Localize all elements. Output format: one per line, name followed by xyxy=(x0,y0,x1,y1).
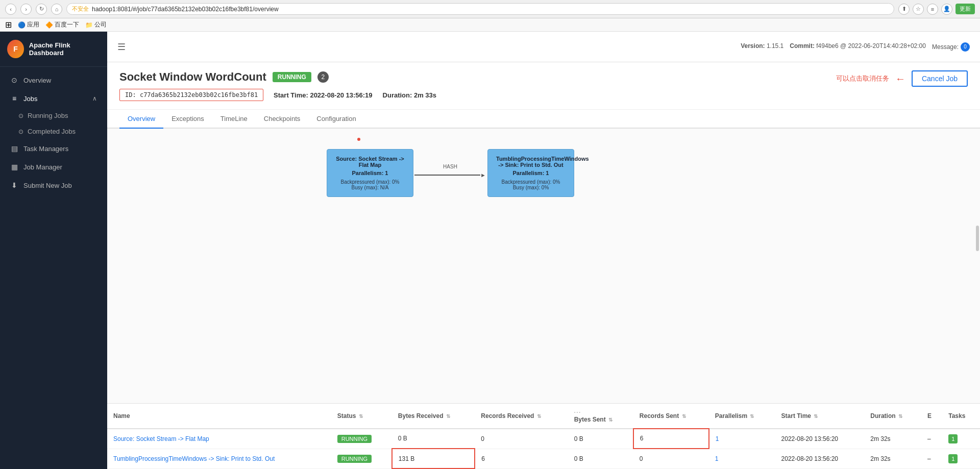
sidebar-item-completed-jobs[interactable]: ⊙ Completed Jobs xyxy=(0,124,107,139)
top-header: ☰ Version: 1.15.1 Commit: f494be6 @ 2022… xyxy=(107,32,980,62)
tab-overview[interactable]: Overview xyxy=(119,110,163,129)
cell-parallelism-0: 1 xyxy=(709,429,775,449)
sidebar: F Apache Flink Dashboard ⊙ Overview ≡ Jo… xyxy=(0,32,107,469)
cell-e-0: – xyxy=(921,429,942,449)
flow-edge-label: HASH xyxy=(443,164,457,169)
cell-records-received-0: 0 xyxy=(475,429,568,449)
cell-tasks-1: 1 xyxy=(942,449,980,468)
flow-node-sink[interactable]: TumblingProcessingTimeWindows -> Sink: P… xyxy=(487,149,574,197)
cell-duration-1: 2m 32s xyxy=(864,449,921,468)
job-title: Socket Window WordCount xyxy=(119,70,266,84)
completed-jobs-icon: ⊙ xyxy=(18,128,23,135)
flow-node-source-title: Source: Socket Stream -> Flat Map xyxy=(335,156,405,168)
sidebar-item-submit-job-label: Submit New Job xyxy=(23,182,72,189)
url-bar[interactable]: 不安全 hadoop1:8081/#/job/c77da6365b2132eb0… xyxy=(66,3,894,15)
col-bytes-sent: ···Bytes Sent ⇅ xyxy=(568,404,633,429)
header-left: ☰ xyxy=(117,41,126,53)
cancel-arrow-icon: ← xyxy=(895,73,905,85)
col-duration: Duration ⇅ xyxy=(864,404,921,429)
cell-records-received-1: 6 xyxy=(475,449,568,468)
version-label: Version: 1.15.1 xyxy=(741,42,783,52)
job-title-row: Socket Window WordCount RUNNING 2 xyxy=(119,70,436,84)
cell-bytes-sent-0: 0 B xyxy=(568,429,633,449)
sidebar-item-jobs[interactable]: ≡ Jobs ∧ xyxy=(0,89,107,108)
job-meta: ID: c77da6365b2132eb03b02c16fbe3bf81 Sta… xyxy=(119,89,436,101)
security-warning: 不安全 xyxy=(72,5,89,13)
job-status-badge: RUNNING xyxy=(273,72,311,82)
cancel-job-button[interactable]: Cancel Job xyxy=(912,70,968,87)
app-container: F Apache Flink Dashboard ⊙ Overview ≡ Jo… xyxy=(0,32,980,469)
user-button[interactable]: 👤 xyxy=(941,4,952,15)
sidebar-logo-text: Apache Flink Dashboard xyxy=(29,41,100,57)
header-version-info: Version: 1.15.1 Commit: f494be6 @ 2022-0… xyxy=(741,42,970,52)
sidebar-item-completed-jobs-label: Completed Jobs xyxy=(28,128,76,135)
cell-bytes-received-0: 0 B xyxy=(392,429,475,449)
col-parallelism: Parallelism ⇅ xyxy=(709,404,775,429)
scrollbar-indicator[interactable] xyxy=(976,226,979,251)
col-records-received: Records Received ⇅ xyxy=(475,404,568,429)
cell-bytes-received-1: 131 B xyxy=(392,449,475,468)
col-start-time: Start Time ⇅ xyxy=(775,404,865,429)
cell-tasks-0: 1 xyxy=(942,429,980,449)
bookmark-3[interactable]: 📁 公司 xyxy=(85,20,107,29)
flow-node-sink-title: TumblingProcessingTimeWindows -> Sink: P… xyxy=(496,156,566,168)
home-button[interactable]: ⌂ xyxy=(51,4,62,15)
cell-name-1[interactable]: TumblingProcessingTimeWindows -> Sink: P… xyxy=(107,449,331,468)
submit-job-icon: ⬇ xyxy=(10,181,18,189)
bookmark-button[interactable]: ☆ xyxy=(913,4,924,15)
cell-start-time-1: 2022-08-20 13:56:20 xyxy=(775,449,865,468)
extensions-button[interactable]: ≡ xyxy=(927,4,938,15)
cell-parallelism-1: 1 xyxy=(709,449,775,468)
running-jobs-icon: ⊙ xyxy=(18,112,23,119)
job-start-time: Start Time: 2022-08-20 13:56:19 xyxy=(274,91,372,99)
job-manager-icon: ▦ xyxy=(10,163,18,171)
sidebar-item-overview[interactable]: ⊙ Overview xyxy=(0,71,107,89)
col-name: Name xyxy=(107,404,331,429)
sidebar-logo: F Apache Flink Dashboard xyxy=(0,32,107,67)
forward-button[interactable]: › xyxy=(20,4,32,15)
flow-node-source-stats: Backpressured (max): 0% Busy (max): N/A xyxy=(335,179,405,190)
flow-canvas: Source: Socket Stream -> Flat Map Parall… xyxy=(107,129,980,403)
tab-checkpoints[interactable]: Checkpoints xyxy=(256,110,309,129)
flink-logo-icon: F xyxy=(7,40,24,58)
tab-timeline[interactable]: TimeLine xyxy=(212,110,256,129)
bookmark-2[interactable]: 🔶 百度一下 xyxy=(45,20,79,29)
commit-label: Commit: f494be6 @ 2022-06-20T14:40:28+02… xyxy=(790,42,926,52)
sidebar-item-job-manager[interactable]: ▦ Job Manager xyxy=(0,158,107,176)
browser-actions: ⬆ ☆ ≡ 👤 更新 xyxy=(898,4,975,15)
sidebar-item-submit-job[interactable]: ⬇ Submit New Job xyxy=(0,176,107,194)
table-row: Source: Socket Stream -> Flat Map RUNNIN… xyxy=(107,429,980,449)
cell-name-0[interactable]: Source: Socket Stream -> Flat Map xyxy=(107,429,331,449)
tab-configuration[interactable]: Configuration xyxy=(308,110,364,129)
job-details: Socket Window WordCount RUNNING 2 ID: c7… xyxy=(107,62,980,110)
browser-bar: ‹ › ↻ ⌂ 不安全 hadoop1:8081/#/job/c77da6365… xyxy=(0,0,980,18)
share-button[interactable]: ⬆ xyxy=(898,4,910,15)
sidebar-item-task-managers[interactable]: ▤ Task Managers xyxy=(0,139,107,158)
job-parallelism-badge: 2 xyxy=(317,71,329,83)
flow-node-source[interactable]: Source: Socket Stream -> Flat Map Parall… xyxy=(327,149,413,197)
tabs: Overview Exceptions TimeLine Checkpoints… xyxy=(107,110,980,129)
hamburger-icon[interactable]: ☰ xyxy=(117,41,126,53)
flow-node-source-parallelism: Parallelism: 1 xyxy=(335,170,405,176)
table-row: TumblingProcessingTimeWindows -> Sink: P… xyxy=(107,449,980,468)
refresh-action-button[interactable]: 更新 xyxy=(955,4,975,14)
jobs-table-area: Name Status ⇅ Bytes Received ⇅ Records R… xyxy=(107,403,980,470)
cancel-hint-text: 可以点击取消任务 xyxy=(836,74,889,83)
col-e: E xyxy=(921,404,942,429)
job-id-box: ID: c77da6365b2132eb03b02c16fbe3bf81 xyxy=(119,89,263,101)
cell-start-time-0: 2022-08-20 13:56:20 xyxy=(775,429,865,449)
bookmarks-bar: ⊞ Overview 🔵 应用 🔶 百度一下 📁 公司 xyxy=(0,18,980,32)
cell-e-1: – xyxy=(921,449,942,468)
bookmark-1[interactable]: 🔵 应用 xyxy=(18,20,39,29)
flow-arrow-head-icon: ► xyxy=(480,172,486,178)
tab-exceptions[interactable]: Exceptions xyxy=(163,110,212,129)
col-tasks: Tasks xyxy=(942,404,980,429)
flow-node-sink-parallelism: Parallelism: 1 xyxy=(496,170,566,176)
sidebar-item-running-jobs[interactable]: ⊙ Running Jobs xyxy=(0,108,107,124)
reload-button[interactable]: ↻ xyxy=(36,4,47,15)
back-button[interactable]: ‹ xyxy=(5,4,16,15)
message-badge: 0 xyxy=(961,42,970,52)
sidebar-item-task-managers-label: Task Managers xyxy=(23,145,68,153)
sidebar-item-overview-label: Overview xyxy=(23,77,51,84)
flow-edge: ► HASH xyxy=(414,172,486,178)
